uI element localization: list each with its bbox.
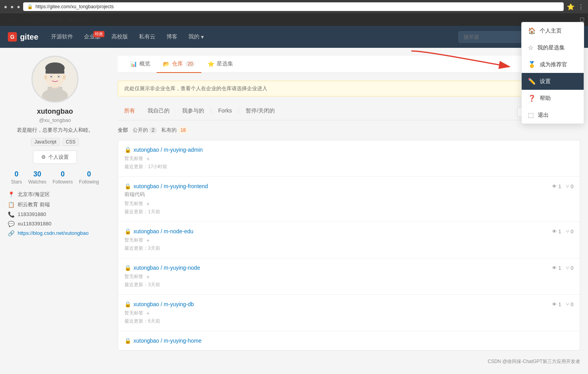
stat-watches[interactable]: 30 Watches xyxy=(28,170,46,185)
svg-point-12 xyxy=(51,76,52,77)
tab-overview[interactable]: 📊 概览 xyxy=(124,56,157,73)
add-tag-button[interactable]: + xyxy=(146,201,150,207)
followers-label: Followers xyxy=(53,179,73,185)
no-tags-text: 暂无标签 xyxy=(124,273,143,280)
tab-repos[interactable]: 📂 仓库 20 xyxy=(157,56,201,73)
lock-icon: 🔒 xyxy=(124,183,131,189)
dropdown-recommend[interactable]: 🥇 成为推荐官 xyxy=(522,56,584,73)
bookmark-3[interactable]: □ 工作2 xyxy=(37,16,53,23)
private-count: 18 xyxy=(178,127,188,133)
dropdown-settings-label: 设置 xyxy=(540,78,551,85)
dropdown-personal-home-label: 个人主页 xyxy=(540,27,562,34)
repo-item: 🔒 xutongbao / m-yuying-db 👁 1 ⑂ 0 xyxy=(118,295,580,331)
bookmark-4[interactable]: □ le xyxy=(54,17,62,22)
tab-overview-label: 概览 xyxy=(139,60,150,67)
sub-filter: 全部 公开的 2 私有的 18 xyxy=(118,127,580,134)
filter-tabs: 所有 我自己的 我参与的 | Forks | 暂停/关闭的 xyxy=(118,104,580,120)
dropdown-personal-home[interactable]: 🏠 个人主页 xyxy=(522,22,584,39)
eye-icon: 👁 xyxy=(552,229,557,234)
stat-following[interactable]: 0 Following xyxy=(79,170,99,185)
repo-name-link[interactable]: 🔒 xutongbao / m-yuying-frontend xyxy=(124,183,208,189)
filter-forks[interactable]: Forks xyxy=(212,104,238,120)
repo-name-link[interactable]: 🔒 xutongbao / m-yuying-db xyxy=(124,301,194,307)
repo-desc: 前端代码 xyxy=(124,191,573,198)
profile-name: xutongbao xyxy=(37,107,73,116)
recommend-icon: 🥇 xyxy=(528,61,536,68)
tag-js: JavaScript xyxy=(31,138,60,146)
repo-name-link[interactable]: 🔒 xutongbao / m-yuying-home xyxy=(124,338,202,344)
nav-open-source[interactable]: 开源软件 xyxy=(46,30,78,44)
sub-filter-private[interactable]: 私有的 18 xyxy=(161,127,188,134)
sub-filter-public[interactable]: 公开的 2 xyxy=(133,127,157,134)
svg-point-15 xyxy=(63,75,66,80)
stat-followers[interactable]: 0 Followers xyxy=(53,170,73,185)
repo-name-link[interactable]: 🔒 xutongbao / m-yuying-node xyxy=(124,265,200,271)
add-tag-button[interactable]: + xyxy=(146,237,150,243)
watches-label: Watches xyxy=(28,179,46,185)
filter-participated[interactable]: 我参与的 xyxy=(176,104,210,120)
tab-repos-label: 仓库 xyxy=(172,60,183,67)
help-icon: ❓ xyxy=(528,94,536,102)
info-location: 📍 北京市/海淀区 xyxy=(8,191,102,198)
repos-icon: 📂 xyxy=(163,61,170,67)
logo-icon: G xyxy=(8,32,17,42)
info-website[interactable]: 🔗 https://blog.csdn.net/xutongbao xyxy=(8,230,102,236)
repo-update-time: 最近更新：3天前 xyxy=(124,281,573,288)
nav-campus[interactable]: 高校版 xyxy=(107,30,133,44)
dropdown-settings[interactable]: ✏️ 设置 xyxy=(522,73,584,90)
svg-point-13 xyxy=(58,76,59,77)
logo[interactable]: G gitee xyxy=(8,32,38,42)
add-tag-button[interactable]: + xyxy=(146,310,150,316)
bookmark-6[interactable]: □ 积云 xyxy=(77,16,90,23)
dropdown-help[interactable]: ❓ 帮助 xyxy=(522,90,584,107)
repo-update-time: 最近更新：17小时前 xyxy=(124,163,573,170)
nav-blog[interactable]: 博客 xyxy=(162,30,182,44)
filter-closed[interactable]: 暂停/关闭的 xyxy=(239,104,281,120)
add-tag-button[interactable]: + xyxy=(146,274,150,280)
company-icon: 📋 xyxy=(8,202,15,208)
repo-name-link[interactable]: 🔒 xutongbao / m-node-edu xyxy=(124,228,194,234)
bookmark-2[interactable]: □ 工作1 xyxy=(19,16,35,23)
settings-gear-icon: ⚙ xyxy=(41,154,46,160)
search-input[interactable] xyxy=(458,31,529,43)
following-count: 0 xyxy=(87,170,91,178)
profile-handle: @xu_tongbao xyxy=(39,117,71,123)
nav-search[interactable] xyxy=(458,31,529,43)
tab-starred[interactable]: ⭐ 星选集 xyxy=(201,56,239,73)
stat-stars[interactable]: 0 Stars xyxy=(11,170,22,185)
tab-bar: □ 工作 □ 工作1 □ 工作2 □ le □ dou □ 积云 □ xyxy=(0,13,588,26)
profile-tags: JavaScript CSS xyxy=(31,138,79,146)
logo-text: gitee xyxy=(20,33,38,42)
repo-list: 🔒 xutongbao / m-yuying-admin 暂无标签 + 最近更新… xyxy=(118,140,580,350)
website-link[interactable]: https://blog.csdn.net/xutongbao xyxy=(18,230,89,236)
repo-tags-row: 暂无标签 + xyxy=(124,155,573,162)
dropdown-starred[interactable]: ☆ 我的星选集 xyxy=(522,39,584,56)
lock-icon: 🔒 xyxy=(124,338,131,344)
fork-stat: ⑂ 0 xyxy=(566,229,573,234)
mine-dropdown-icon: ▾ xyxy=(201,34,204,40)
lock-icon: 🔒 xyxy=(124,265,131,271)
repo-header: 🔒 xutongbao / m-yuying-node 👁 1 ⑂ 0 xyxy=(124,265,573,271)
sub-filter-all[interactable]: 全部 xyxy=(118,127,128,134)
info-qq: 💬 xu1183391880 xyxy=(8,221,102,227)
location-icon: 📍 xyxy=(8,191,15,198)
address-bar[interactable]: 🔒 https://gitee.com/xu_tongbao/projects xyxy=(23,2,564,11)
nav-private-cloud[interactable]: 私有云 xyxy=(134,30,160,44)
bookmark-5[interactable]: □ dou xyxy=(64,17,75,22)
bookmark-1[interactable]: □ 工作 xyxy=(4,16,17,23)
add-tag-button[interactable]: + xyxy=(146,156,150,162)
enterprise-badge: 特惠 xyxy=(93,31,104,37)
settings-button[interactable]: ⚙ 个人设置 xyxy=(33,151,77,164)
nav-enterprise[interactable]: 企业版 特惠 xyxy=(79,30,105,44)
lock-icon: 🔒 xyxy=(124,228,131,234)
stars-count: 0 xyxy=(15,170,18,178)
fork-stat: ⑂ 0 xyxy=(566,183,573,189)
lock-icon: 🔒 xyxy=(124,301,131,307)
dropdown-logout[interactable]: ⬚ 退出 xyxy=(522,107,584,123)
nav-mine[interactable]: 我的 ▾ xyxy=(184,30,208,44)
filter-all[interactable]: 所有 xyxy=(118,104,141,120)
profile-info: 📍 北京市/海淀区 📋 积云教育 前端 📞 1183391880 💬 xu118… xyxy=(8,191,102,236)
repo-header: 🔒 xutongbao / m-yuying-db 👁 1 ⑂ 0 xyxy=(124,301,573,307)
repo-name-link[interactable]: 🔒 xutongbao / m-yuying-admin xyxy=(124,147,203,153)
filter-mine[interactable]: 我自己的 xyxy=(141,104,176,120)
